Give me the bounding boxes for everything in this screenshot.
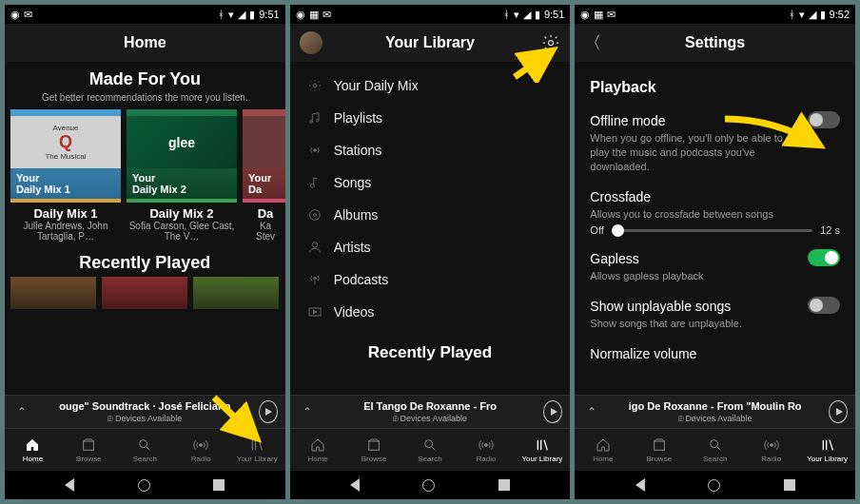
nav-search[interactable]: Search: [402, 429, 459, 471]
browse-icon: [366, 436, 381, 454]
lib-podcasts[interactable]: Podcasts: [290, 263, 571, 296]
library-icon: [535, 436, 550, 454]
app-icon-1: ◉: [580, 9, 590, 21]
daily-mix-card[interactable]: Your Da Da Ka Stev: [243, 109, 285, 242]
radio-icon: [479, 436, 494, 454]
recents-button[interactable]: [784, 479, 795, 491]
settings-content[interactable]: Playback Offline mode When you go offlin…: [575, 62, 855, 395]
radio-icon: [307, 143, 334, 158]
nav-library[interactable]: Your Library: [514, 429, 570, 471]
nav-browse[interactable]: Browse: [631, 429, 687, 471]
bluetooth-icon: ᚼ: [503, 9, 510, 20]
wifi-icon: ▾: [514, 9, 519, 21]
phone-home: ◉ ✉ ᚼ ▾ ◢ ▮ 9:51 Home Made For You Get b…: [5, 5, 285, 499]
recent-thumb[interactable]: [102, 277, 187, 309]
back-button[interactable]: [635, 478, 645, 492]
offline-mode-toggle[interactable]: [808, 111, 840, 128]
back-button[interactable]: 〈: [584, 31, 601, 54]
now-playing-bar[interactable]: ⌃ El Tango De Roxanne - Fro ⎚ Devices Av…: [290, 395, 571, 429]
lib-albums[interactable]: Albums: [290, 199, 571, 231]
nav-home[interactable]: Home: [575, 429, 631, 471]
svg-point-5: [313, 84, 317, 87]
battery-icon: ▮: [535, 9, 540, 21]
chevron-up-icon[interactable]: ⌃: [298, 405, 317, 418]
signal-icon: ◢: [809, 9, 816, 21]
lib-item-label: Videos: [334, 304, 375, 320]
nav-library[interactable]: Your Library: [799, 429, 855, 471]
clock: 9:52: [830, 9, 850, 20]
devices-available[interactable]: ⎚ Devices Available: [317, 414, 544, 423]
svg-point-17: [485, 444, 488, 447]
titlebar: 〈 Settings: [575, 24, 855, 62]
lib-item-label: Playlists: [334, 110, 382, 126]
nav-library[interactable]: Your Library: [229, 429, 285, 471]
back-button[interactable]: [350, 478, 360, 492]
nav-home[interactable]: Home: [290, 429, 346, 471]
recent-thumb[interactable]: [10, 277, 96, 309]
daily-mix-card[interactable]: Avenue Q The Musical Your Daily Mix 1 Da…: [10, 109, 121, 242]
chevron-up-icon[interactable]: ⌃: [12, 405, 31, 418]
recently-played-heading: Recently Played: [290, 343, 571, 362]
titlebar: Home: [5, 24, 285, 62]
app-icon-3: ✉: [607, 9, 616, 21]
nav-search[interactable]: Search: [117, 429, 173, 471]
play-button[interactable]: [829, 400, 848, 423]
page-title: Home: [124, 34, 166, 51]
made-for-you-heading: Made For You: [5, 69, 285, 89]
signal-icon: ◢: [523, 9, 531, 21]
recents-button[interactable]: [498, 479, 510, 491]
back-button[interactable]: [65, 478, 74, 492]
recent-row[interactable]: [5, 273, 285, 309]
app-icon-3: ✉: [322, 9, 331, 21]
daily-mix-card[interactable]: glee Your Daily Mix 2 Daily Mix 2 Sofia …: [127, 109, 237, 242]
nav-browse[interactable]: Browse: [61, 429, 117, 471]
home-icon: [25, 436, 40, 454]
home-content[interactable]: Made For You Get better recommendations …: [5, 62, 285, 395]
lib-playlists[interactable]: Playlists: [290, 102, 571, 134]
crossfade-setting: Crossfade Allows you to crossfade betwee…: [590, 184, 840, 246]
recents-button[interactable]: [213, 479, 225, 491]
lib-item-label: Artists: [334, 240, 371, 255]
music-note-icon: [307, 110, 334, 126]
home-button[interactable]: [138, 479, 150, 492]
play-button[interactable]: [543, 400, 562, 423]
crossfade-min: Off: [590, 224, 603, 236]
lib-daily-mix[interactable]: Your Daily Mix: [290, 69, 571, 102]
nav-radio[interactable]: Radio: [173, 429, 229, 471]
nav-home[interactable]: Home: [5, 429, 61, 471]
nav-search[interactable]: Search: [687, 429, 743, 471]
home-button[interactable]: [708, 479, 720, 492]
nav-browse[interactable]: Browse: [346, 429, 402, 471]
devices-available[interactable]: ⎚ Devices Available: [601, 414, 829, 423]
play-button[interactable]: [259, 400, 278, 423]
avatar[interactable]: [300, 31, 322, 54]
podcast-icon: [307, 272, 334, 287]
now-playing-bar[interactable]: ⌃ ouge" Soundtrack · José Feliciano ⎚ De…: [5, 395, 285, 429]
chevron-up-icon[interactable]: ⌃: [582, 405, 601, 418]
devices-available[interactable]: ⎚ Devices Available: [31, 414, 259, 423]
now-playing-bar[interactable]: ⌃ igo De Roxanne - From "Moulin Ro ⎚ Dev…: [575, 395, 855, 429]
bottom-nav: Home Browse Search Radio Your Library: [290, 429, 571, 471]
svg-point-20: [710, 440, 717, 448]
gapless-toggle[interactable]: [808, 249, 840, 266]
unplayable-toggle[interactable]: [808, 297, 840, 314]
settings-button[interactable]: [541, 33, 560, 52]
daily-mix-row[interactable]: Avenue Q The Musical Your Daily Mix 1 Da…: [5, 109, 285, 242]
lib-artists[interactable]: Artists: [290, 231, 571, 263]
app-icon-2: ▦: [594, 9, 603, 21]
lib-stations[interactable]: Stations: [290, 134, 571, 166]
library-content[interactable]: Your Daily Mix Playlists Stations Songs …: [290, 62, 571, 395]
lib-videos[interactable]: Videos: [290, 296, 571, 328]
lib-item-label: Songs: [334, 175, 372, 190]
nav-radio[interactable]: Radio: [458, 429, 514, 471]
bottom-nav: Home Browse Search Radio Your Library: [575, 429, 855, 471]
home-icon: [596, 436, 611, 454]
crossfade-slider[interactable]: [612, 229, 812, 232]
radio-icon: [193, 436, 208, 454]
home-button[interactable]: [422, 479, 435, 492]
page-title: Settings: [685, 34, 745, 51]
nav-radio[interactable]: Radio: [743, 429, 799, 471]
album-icon: [307, 207, 334, 223]
recent-thumb[interactable]: [193, 277, 279, 309]
lib-songs[interactable]: Songs: [290, 166, 571, 199]
